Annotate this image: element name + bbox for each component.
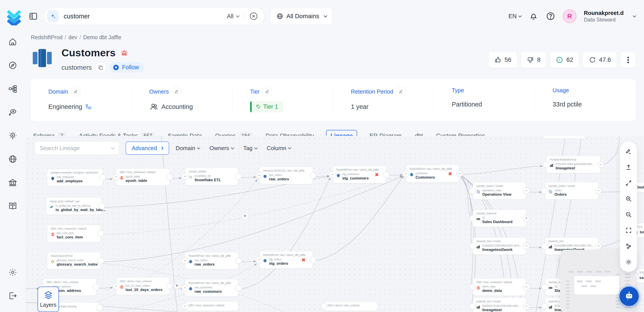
likes-button[interactable]: 56 [488, 52, 517, 68]
help-icon[interactable] [546, 12, 556, 21]
node-port-left[interactable] [542, 243, 548, 249]
sidebar-item-products-icon[interactable] [8, 84, 17, 93]
lineage-node[interactable]: powerbi_test / model f4fd30a6-57d6-4cf9-… [473, 297, 526, 312]
filter-column-dropdown[interactable]: Column [267, 145, 291, 152]
lineage-node[interactable]: − RedshiftProd / dev / demo_dbt_jaffle s… [332, 166, 386, 183]
node-port-left[interactable]: − [182, 173, 188, 180]
node-port-left[interactable]: − [113, 283, 119, 289]
tier-badge[interactable]: Tier 1 [250, 101, 284, 112]
edit-domain-button[interactable] [71, 87, 80, 96]
lineage-node[interactable]: mysql_prod / default / sys io_global_by_… [46, 197, 102, 215]
node-port-right[interactable] [235, 257, 242, 264]
lineage-node[interactable]: DBX / hive_metastore / default fact_core… [47, 225, 101, 242]
lineage-node[interactable]: − RedshiftProd / dev / demo_dbt_jaffle r… [185, 279, 238, 297]
lineage-node[interactable]: 32412 sactio [636, 269, 644, 283]
breadcrumb-item[interactable]: Demo dbt Jaffle [83, 34, 122, 40]
fullscreen-icon[interactable] [625, 227, 632, 234]
lineage-node[interactable]: − RedshiftProd / dev / demo_dbt_jaffle r… [185, 252, 238, 269]
lineage-node[interactable]: − RedshiftProd / dev / demo_dbt_jaffle s… [259, 251, 313, 269]
sidebar-item-home-icon[interactable] [8, 37, 17, 47]
layers-button[interactable]: Layers [38, 286, 59, 312]
node-port-right[interactable] [98, 230, 104, 237]
node-port-left[interactable] [470, 188, 476, 194]
node-port-left[interactable] [470, 215, 476, 222]
app-logo-icon[interactable] [5, 7, 23, 26]
announcement-siren-icon[interactable] [120, 48, 129, 57]
lineage-node[interactable]: powerbi_test / model 314bd25e-339f-4bea-… [473, 237, 526, 255]
node-port-right[interactable] [310, 172, 316, 179]
sidebar-item-governance-icon[interactable] [8, 178, 17, 187]
all-domains-button[interactable]: All Domains [270, 8, 332, 25]
user-menu[interactable]: Rounakpreet.d Data Steward [584, 10, 624, 23]
dislikes-button[interactable]: 8 [521, 52, 546, 68]
node-port-right[interactable] [166, 283, 173, 289]
lineage-canvas[interactable]: Search Lineage Advanced Domain Owners Ta… [25, 136, 644, 312]
sidebar-item-logout-icon[interactable] [8, 291, 17, 300]
sidebar-item-settings-icon[interactable] [8, 268, 17, 277]
global-search[interactable]: All [44, 8, 265, 25]
zoom-out-icon[interactable] [625, 211, 632, 218]
lineage-node[interactable]: − DBX / demo / new_schema last_10_days_o… [116, 277, 170, 295]
lineage-node[interactable]: Powerbi-Redshift-Prod 872e1f0c-500e-4e28… [546, 156, 601, 173]
node-port-right[interactable] [383, 171, 390, 178]
refresh-score-button[interactable]: 47.6 [583, 52, 617, 68]
node-port-right[interactable]: − [523, 243, 530, 249]
user-avatar[interactable]: R [563, 10, 576, 23]
node-port-left[interactable]: − [182, 257, 188, 264]
filter-owners-dropdown[interactable]: Owners [210, 145, 234, 152]
ai-sparkle-icon[interactable] [47, 10, 59, 22]
node-port-right[interactable] [235, 173, 242, 180]
edit-tier-button[interactable] [262, 87, 272, 96]
node-port-left[interactable] [542, 188, 548, 194]
status-button[interactable]: 62 [550, 52, 579, 68]
filter-domain-dropdown[interactable]: Domain [176, 145, 200, 152]
lineage-node[interactable]: − RedshiftProd / dev / demo_dbt_jaffle c… [406, 165, 460, 183]
lineage-node[interactable]: DBX / hive_metastore / default demo_data… [473, 278, 526, 296]
graph-share-icon[interactable] [625, 243, 632, 250]
lineage-node[interactable]: sample_looker / model orders Orders − [545, 182, 598, 200]
sidebar-item-discover-icon[interactable] [8, 61, 17, 70]
node-port-right[interactable] [310, 257, 316, 263]
node-port-left[interactable]: − [403, 171, 409, 177]
node-port-left[interactable] [542, 284, 548, 290]
sidebar-toggle-icon[interactable] [28, 12, 38, 21]
lineage-node[interactable]: − red-pere-20241211 / dev / dbt_jaffle r… [259, 167, 313, 184]
search-scope-dropdown[interactable]: All [227, 13, 239, 20]
node-port-right[interactable]: + [523, 215, 530, 222]
sidebar-item-observe-icon[interactable] [8, 108, 17, 117]
lineage-node[interactable]: − sample_airflow snowflake_etl Snowflake… [185, 168, 238, 185]
advanced-filters-button[interactable]: Advanced [126, 141, 169, 155]
lineage-node[interactable]: sample_superset 31 Sales Dashboard + [473, 209, 526, 227]
filter-tag-dropdown[interactable]: Tag [243, 145, 257, 152]
edge-process-icon[interactable] [242, 213, 248, 219]
node-port-left[interactable]: − [182, 285, 188, 291]
node-port-right[interactable]: − [523, 284, 530, 290]
more-actions-button[interactable] [620, 52, 636, 68]
language-selector[interactable]: EN [508, 13, 521, 20]
node-port-left[interactable] [542, 303, 548, 309]
node-port-right[interactable] [93, 284, 100, 290]
node-port-right[interactable] [166, 174, 173, 180]
node-port-left[interactable]: − [329, 171, 336, 178]
node-port-left[interactable] [470, 284, 476, 290]
node-port-left[interactable] [543, 161, 549, 168]
node-port-left[interactable]: − [256, 172, 262, 179]
fit-expand-icon[interactable] [625, 180, 632, 187]
lineage-node[interactable]: DBX / demo / new_schema [324, 301, 378, 311]
lineage-node[interactable]: ElasticSearchProd glossary_search_index … [47, 252, 101, 269]
node-port-left[interactable]: − [182, 303, 188, 309]
breadcrumb-item[interactable]: dev [68, 34, 77, 40]
lineage-node[interactable]: − DBX / hive_metastore / default ayush_t… [116, 168, 170, 186]
sidebar-item-glossary-icon[interactable] [8, 201, 17, 211]
node-port-right[interactable] [235, 285, 242, 291]
node-port-left[interactable]: − [113, 174, 119, 180]
lineage-search-input[interactable]: Search Lineage [35, 141, 119, 155]
breadcrumb-item[interactable]: RedshiftProd [31, 34, 62, 40]
node-port-right[interactable]: − [598, 161, 604, 168]
node-port-right[interactable] [98, 257, 104, 264]
export-upload-icon[interactable] [625, 164, 632, 171]
search-clear-icon[interactable] [249, 12, 258, 21]
node-port-right[interactable] [100, 174, 106, 181]
canvas-settings-icon[interactable] [625, 258, 632, 265]
lineage-node[interactable]: − DBX / hive_metastore / default [185, 301, 238, 311]
